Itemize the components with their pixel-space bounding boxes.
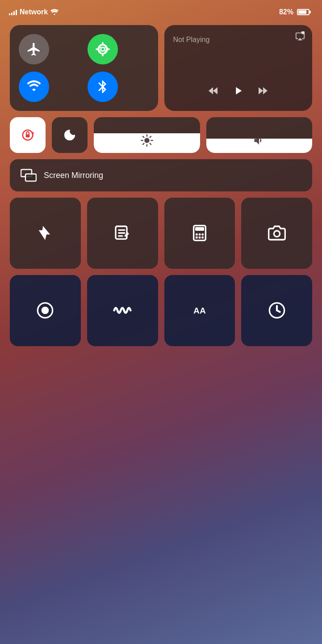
cellular-icon xyxy=(95,42,110,57)
voice-memos-button[interactable] xyxy=(87,275,158,346)
screen-record-icon xyxy=(36,301,54,319)
svg-point-20 xyxy=(201,237,204,239)
cellular-button[interactable] xyxy=(88,34,118,64)
airplay-icon[interactable] xyxy=(295,31,305,43)
second-row xyxy=(10,117,312,153)
svg-text:AA: AA xyxy=(193,306,206,315)
svg-point-19 xyxy=(198,237,201,239)
battery-fill xyxy=(298,10,306,14)
notes-button[interactable] xyxy=(87,198,158,269)
svg-point-23 xyxy=(42,307,49,314)
status-bar: Network 82% xyxy=(0,0,322,21)
display-icon: AA xyxy=(190,301,209,320)
lock-rotation-button[interactable] xyxy=(10,117,46,153)
brightness-icon xyxy=(141,134,153,147)
camera-icon xyxy=(268,224,286,242)
screen-record-button[interactable] xyxy=(10,275,81,346)
screen-mirroring-label: Screen Mirroring xyxy=(44,171,103,180)
do-not-disturb-button[interactable] xyxy=(52,117,88,153)
screen-mirroring-icon xyxy=(21,167,37,183)
wifi-button[interactable] xyxy=(19,72,49,102)
svg-rect-11 xyxy=(25,174,36,181)
svg-point-18 xyxy=(196,237,198,239)
wifi-status-icon xyxy=(50,9,59,15)
status-left: Network xyxy=(9,8,59,16)
display-button[interactable]: AA xyxy=(164,275,235,346)
moon-icon xyxy=(61,127,78,144)
wifi-button-icon xyxy=(26,79,42,94)
volume-slider[interactable] xyxy=(206,117,313,153)
slider-group xyxy=(94,117,312,153)
svg-point-21 xyxy=(274,231,280,237)
svg-point-15 xyxy=(196,233,198,236)
airplay-symbol xyxy=(295,31,305,41)
control-center: Not Playing xyxy=(0,21,322,357)
top-row: Not Playing xyxy=(10,25,312,111)
svg-point-17 xyxy=(201,233,204,236)
network-label: Network xyxy=(20,8,48,16)
media-tile: Not Playing xyxy=(164,25,313,111)
clock-icon xyxy=(268,301,286,319)
bluetooth-icon xyxy=(95,79,110,94)
calculator-button[interactable] xyxy=(164,198,235,269)
svg-point-1 xyxy=(101,47,105,51)
now-playing-label: Not Playing xyxy=(173,36,304,44)
icon-grid-row2: AA xyxy=(10,275,312,346)
mirror-row: Screen Mirroring xyxy=(10,159,312,191)
play-button[interactable] xyxy=(232,85,244,100)
lock-rotation-icon xyxy=(19,127,36,144)
notes-icon xyxy=(113,224,131,242)
calculator-icon xyxy=(191,224,209,242)
signal-bars-icon xyxy=(9,9,17,15)
icon-grid-row1 xyxy=(10,198,312,269)
voice-memos-icon xyxy=(113,301,132,320)
volume-icon xyxy=(253,134,265,147)
network-tile xyxy=(10,25,158,111)
battery-icon xyxy=(297,9,309,15)
status-right: 82% xyxy=(279,8,309,16)
brightness-slider[interactable] xyxy=(94,117,200,153)
flashlight-button[interactable] xyxy=(10,198,81,269)
bluetooth-button[interactable] xyxy=(88,72,118,102)
svg-rect-14 xyxy=(195,227,204,231)
airplane-mode-button[interactable] xyxy=(19,34,49,64)
media-controls xyxy=(173,85,304,104)
battery-percent: 82% xyxy=(279,8,293,16)
airplane-icon xyxy=(26,42,42,57)
svg-point-16 xyxy=(198,233,201,236)
fast-forward-button[interactable] xyxy=(257,85,270,99)
screen-mirroring-button[interactable]: Screen Mirroring xyxy=(10,159,312,191)
rewind-button[interactable] xyxy=(206,85,219,99)
svg-point-9 xyxy=(144,138,150,143)
camera-button[interactable] xyxy=(241,198,312,269)
clock-button[interactable] xyxy=(241,275,312,346)
flashlight-icon xyxy=(37,225,54,242)
svg-point-0 xyxy=(98,45,107,54)
